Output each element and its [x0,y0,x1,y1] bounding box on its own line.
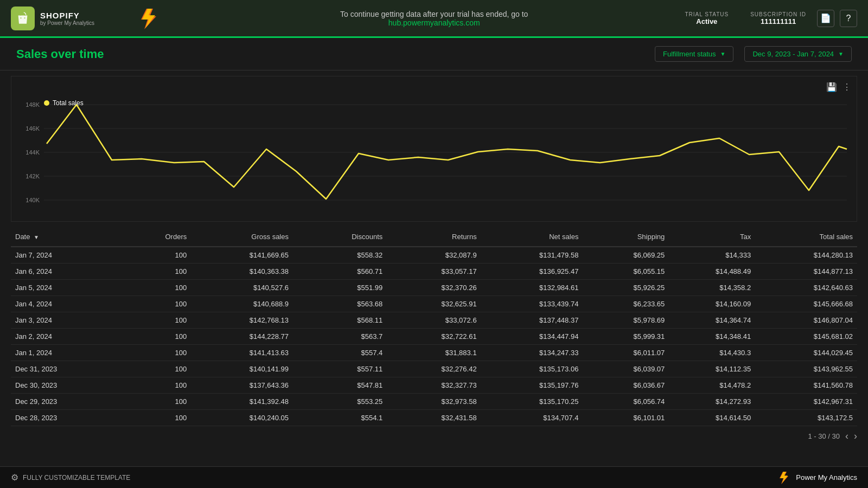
svg-text:140K: 140K [25,197,40,203]
pma-logo-area [136,5,162,31]
table-cell: $557.11 [293,361,387,377]
table-cell: $141,413.63 [191,345,293,361]
shopify-bag-icon [11,7,35,30]
table-row: Dec 29, 2023100$141,392.48$553.25$32,973… [11,394,857,410]
table-cell: $143,962.55 [755,361,857,377]
table-cell: $33,072.6 [387,312,481,329]
fulfillment-status-dropdown[interactable]: Fulfillment status ▼ [655,46,733,62]
shopify-logo-area: SHOPIFY by Power My Analytics [11,7,119,30]
footer-pma-icon [776,470,792,485]
svg-text:144K: 144K [25,149,40,156]
trial-status-area: TRIAL STATUS Active SUBSCRIPTION ID 1111… [685,11,806,25]
table-cell: $6,036.67 [583,377,669,394]
col-header-orders[interactable]: Orders [120,227,191,247]
table-cell: $32,722.61 [387,329,481,345]
table-cell: 100 [120,377,191,394]
table-cell: $144,029.45 [755,345,857,361]
table-cell: Jan 6, 2024 [11,264,120,280]
table-cell: $14,364.74 [669,312,755,329]
table-cell: $137,643.36 [191,377,293,394]
col-header-returns[interactable]: Returns [387,227,481,247]
table-cell: $554.1 [293,410,387,426]
col-header-total[interactable]: Total sales [755,227,857,247]
col-header-tax[interactable]: Tax [669,227,755,247]
more-options-button[interactable]: ⋮ [843,82,851,92]
table-cell: $32,973.58 [387,394,481,410]
table-row: Jan 3, 2024100$142,768.13$568.11$33,072.… [11,312,857,329]
help-icon-button[interactable]: ? [840,10,857,27]
table-cell: $14,478.2 [669,377,755,394]
table-cell: $14,488.49 [669,264,755,280]
table-cell: $146,807.04 [755,312,857,329]
table-cell: 100 [120,264,191,280]
table-cell: $140,363.38 [191,264,293,280]
table-row: Jan 4, 2024100$140,688.9$563.68$32,625.9… [11,296,857,312]
table-cell: $145,666.68 [755,296,857,312]
table-cell: $140,688.9 [191,296,293,312]
table-cell: $32,431.58 [387,410,481,426]
table-cell: $14,272.93 [669,394,755,410]
col-header-date[interactable]: Date ▼ [11,227,120,247]
table-cell: $142,967.31 [755,394,857,410]
table-cell: $14,358.2 [669,280,755,296]
table-cell: $6,101.01 [583,410,669,426]
table-body: Jan 7, 2024100$141,669.65$558.32$32,087.… [11,247,857,426]
trial-banner-link[interactable]: hub.powermyanalytics.com [388,18,480,27]
table-cell: $547.81 [293,377,387,394]
trial-status-label: TRIAL STATUS [685,11,729,17]
col-header-discounts[interactable]: Discounts [293,227,387,247]
table-cell: $135,197.76 [481,377,583,394]
col-header-gross[interactable]: Gross sales [191,227,293,247]
chart-header: 💾 ⋮ [17,82,851,92]
table-cell: $6,069.25 [583,247,669,264]
table-cell: 100 [120,345,191,361]
trial-banner: To continue getting data after your tria… [162,10,685,27]
table-cell: Jan 4, 2024 [11,296,120,312]
pma-lightning-icon [136,5,162,31]
col-header-shipping[interactable]: Shipping [583,227,669,247]
table-cell: 100 [120,394,191,410]
pagination-next-button[interactable]: › [854,431,857,442]
table-cell: $144,877.13 [755,264,857,280]
table-cell: 100 [120,280,191,296]
subscription-value: 111111111 [761,17,796,25]
table-container: Date ▼ Orders Gross sales Discounts Retu… [11,227,857,446]
table-cell: $6,011.07 [583,345,669,361]
table-row: Dec 30, 2023100$137,643.36$547.81$32,327… [11,377,857,394]
document-icon-button[interactable]: 📄 [817,10,834,27]
table-cell: $14,348.41 [669,329,755,345]
footer-template-label: FULLY CUSTOMIZABLE TEMPLATE [23,474,130,481]
table-row: Jan 2, 2024100$144,228.77$563.7$32,722.6… [11,329,857,345]
table-cell: $6,039.07 [583,361,669,377]
pagination-prev-button[interactable]: ‹ [845,431,848,442]
header-icons: 📄 ? [817,10,857,27]
table-cell: Jan 2, 2024 [11,329,120,345]
table-cell: $32,370.26 [387,280,481,296]
table-cell: $563.7 [293,329,387,345]
table-cell: Dec 31, 2023 [11,361,120,377]
chart-container: 💾 ⋮ Total sales 148K 146K 144K 142K 140K [11,76,857,222]
svg-text:142K: 142K [25,173,40,179]
table-cell: $134,447.94 [481,329,583,345]
table-cell: $5,978.69 [583,312,669,329]
table-cell: $145,681.02 [755,329,857,345]
table-cell: $558.32 [293,247,387,264]
col-header-net[interactable]: Net sales [481,227,583,247]
table-cell: $144,280.13 [755,247,857,264]
export-chart-button[interactable]: 💾 [826,82,837,92]
subscription-label: SUBSCRIPTION ID [750,11,806,17]
table-cell: $14,112.35 [669,361,755,377]
date-range-dropdown[interactable]: Dec 9, 2023 - Jan 7, 2024 ▼ [744,46,852,62]
table-cell: $560.71 [293,264,387,280]
table-cell: $141,392.48 [191,394,293,410]
table-cell: $142,768.13 [191,312,293,329]
table-cell: $6,056.74 [583,394,669,410]
table-row: Jan 1, 2024100$141,413.63$557.4$31,883.1… [11,345,857,361]
table-cell: $568.11 [293,312,387,329]
table-cell: $31,883.1 [387,345,481,361]
table-cell: $5,999.31 [583,329,669,345]
table-cell: $5,926.25 [583,280,669,296]
table-cell: $551.99 [293,280,387,296]
pagination-info: 1 - 30 / 30 [808,432,840,440]
legend-label: Total sales [53,99,84,107]
